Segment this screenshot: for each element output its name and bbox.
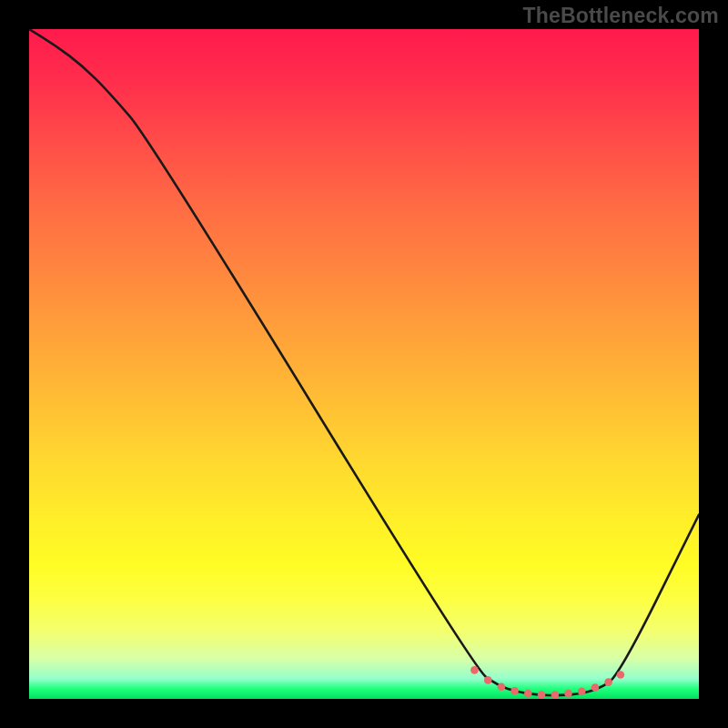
marker-dot [470, 666, 479, 674]
watermark-text: TheBottleneck.com [522, 4, 719, 28]
marker-dot [511, 687, 519, 695]
chart-frame: TheBottleneck.com [0, 0, 728, 728]
marker-dot [617, 671, 625, 679]
bottleneck-curve [29, 29, 699, 695]
marker-dot [484, 676, 492, 684]
marker-dot [498, 683, 506, 692]
marker-dot [524, 690, 532, 698]
marker-dot [604, 678, 612, 686]
marker-dot [564, 690, 572, 698]
marker-dot [538, 691, 546, 699]
plot-area [29, 29, 699, 699]
marker-dot [592, 683, 600, 692]
chart-svg [29, 29, 699, 699]
marker-dot [578, 688, 586, 696]
marker-dot [551, 691, 560, 699]
